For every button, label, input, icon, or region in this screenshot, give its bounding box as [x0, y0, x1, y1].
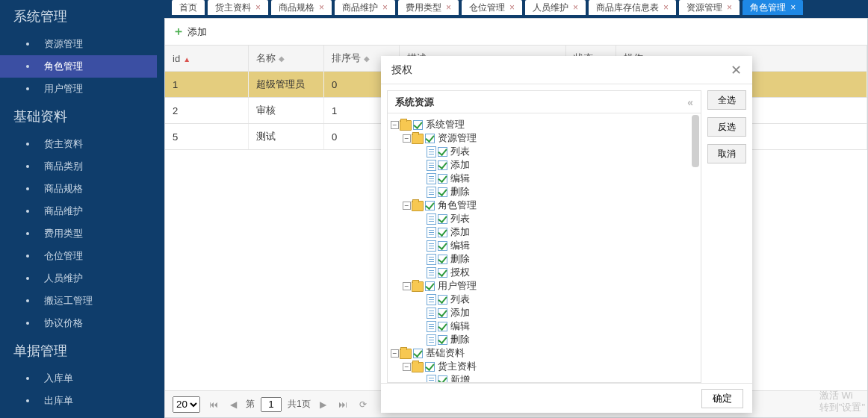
tree-node[interactable]: 编辑 — [391, 172, 698, 185]
sidebar-item[interactable]: 用户管理 — [0, 78, 157, 100]
tree-node[interactable]: 列表 — [391, 212, 698, 225]
tab[interactable]: 人员维护× — [525, 0, 586, 15]
checkbox[interactable] — [438, 174, 447, 184]
checkbox[interactable] — [438, 214, 447, 224]
tree-node[interactable]: 列表 — [391, 293, 698, 306]
checkbox[interactable] — [425, 134, 435, 143]
sidebar-item[interactable]: 协议价格 — [0, 312, 157, 334]
column-header[interactable]: 名称◆ — [249, 46, 324, 72]
tree-node[interactable]: 编辑 — [391, 319, 698, 333]
tree-toggle-icon[interactable]: − — [391, 121, 399, 129]
tree-node[interactable]: −系统管理 — [391, 118, 698, 131]
checkbox[interactable] — [438, 375, 447, 382]
tab[interactable]: 费用类型× — [398, 0, 459, 15]
scrollbar-thumb[interactable] — [692, 115, 699, 167]
tree-node[interactable]: 添加 — [391, 306, 698, 319]
collapse-icon[interactable]: « — [687, 96, 693, 108]
tab[interactable]: 角色管理× — [743, 0, 803, 15]
sidebar-item[interactable]: 仓位管理 — [0, 245, 157, 267]
sidebar-item[interactable]: 资源管理 — [0, 33, 157, 55]
tree-scroll[interactable]: −系统管理−资源管理列表添加编辑删除−角色管理列表添加编辑删除授权−用户管理列表… — [388, 113, 701, 382]
tab-close-icon[interactable]: × — [727, 2, 732, 13]
sidebar-item[interactable]: 调仓单 — [0, 412, 157, 418]
checkbox[interactable] — [438, 160, 447, 170]
checkbox[interactable] — [425, 201, 435, 210]
checkbox[interactable] — [438, 322, 447, 331]
sidebar-item[interactable]: 入库单 — [0, 367, 157, 390]
select-all-button[interactable]: 全选 — [707, 90, 746, 110]
sidebar-item[interactable]: 商品规格 — [0, 178, 157, 200]
cancel-button[interactable]: 取消 — [707, 144, 746, 163]
tab[interactable]: 货主资料× — [208, 0, 268, 15]
tree-node[interactable]: −货主资料 — [391, 360, 698, 373]
sidebar-item[interactable]: 角色管理 — [0, 55, 157, 78]
tree-node[interactable]: 列表 — [391, 145, 698, 158]
sidebar-section-title[interactable]: 系统管理 — [0, 0, 157, 33]
tab-close-icon[interactable]: × — [255, 2, 261, 13]
tab-close-icon[interactable]: × — [663, 2, 669, 13]
pager-next-icon[interactable]: ▶ — [317, 399, 329, 410]
tree-toggle-icon[interactable]: − — [403, 363, 411, 371]
tab-close-icon[interactable]: × — [790, 2, 796, 13]
checkbox[interactable] — [438, 241, 447, 251]
checkbox[interactable] — [425, 281, 435, 291]
tree-node[interactable]: 删除 — [391, 333, 698, 346]
sort-icon[interactable]: ◆ — [279, 54, 285, 63]
tab-close-icon[interactable]: × — [319, 2, 324, 13]
pager-page-input[interactable] — [261, 397, 282, 412]
tree-node[interactable]: 添加 — [391, 158, 698, 172]
tree-node[interactable]: 添加 — [391, 225, 698, 239]
sidebar-item[interactable]: 搬运工管理 — [0, 290, 157, 312]
checkbox[interactable] — [438, 187, 447, 197]
pager-refresh-icon[interactable]: ⟳ — [356, 399, 370, 410]
checkbox[interactable] — [438, 335, 447, 345]
tab-close-icon[interactable]: × — [573, 2, 578, 13]
sort-icon[interactable]: ◆ — [364, 54, 370, 63]
sidebar-item[interactable]: 货主资料 — [0, 133, 157, 155]
checkbox[interactable] — [438, 295, 447, 305]
checkbox[interactable] — [425, 362, 435, 372]
tab[interactable]: 仓位管理× — [462, 0, 522, 15]
tree-node[interactable]: 删除 — [391, 252, 698, 266]
checkbox[interactable] — [438, 228, 447, 237]
sort-icon[interactable]: ▲ — [183, 55, 190, 63]
tree-node[interactable]: −用户管理 — [391, 279, 698, 293]
tab[interactable]: 商品维护× — [335, 0, 395, 15]
checkbox[interactable] — [413, 349, 423, 358]
tree-node[interactable]: 编辑 — [391, 239, 698, 252]
tab-close-icon[interactable]: × — [382, 2, 388, 13]
column-header[interactable]: id▲ — [165, 46, 249, 72]
sidebar-section-title[interactable]: 基础资料 — [0, 100, 157, 133]
close-icon[interactable]: ✕ — [731, 62, 742, 78]
tree-node[interactable]: 删除 — [391, 185, 698, 199]
tree-node[interactable]: −角色管理 — [391, 199, 698, 212]
tab[interactable]: 商品库存信息表× — [589, 0, 676, 15]
pager-first-icon[interactable]: ⏮ — [206, 399, 221, 410]
sidebar-item[interactable]: 商品维护 — [0, 200, 157, 222]
checkbox[interactable] — [438, 308, 447, 318]
tab-close-icon[interactable]: × — [509, 2, 515, 13]
tab[interactable]: 资源管理× — [679, 0, 740, 15]
sidebar-item[interactable]: 费用类型 — [0, 222, 157, 245]
tree-node[interactable]: −资源管理 — [391, 131, 698, 145]
checkbox[interactable] — [438, 268, 447, 278]
sidebar-item[interactable]: 商品类别 — [0, 155, 157, 178]
tree-toggle-icon[interactable]: − — [403, 134, 411, 143]
tree-node[interactable]: −基础资料 — [391, 346, 698, 360]
confirm-button[interactable]: 确定 — [701, 389, 743, 408]
add-button[interactable]: ＋ 添加 — [173, 24, 207, 40]
page-size-select[interactable]: 20 — [173, 396, 200, 413]
tree-toggle-icon[interactable]: − — [403, 282, 411, 290]
checkbox[interactable] — [438, 147, 447, 157]
sidebar-item[interactable]: 出库单 — [0, 390, 157, 412]
tree-node[interactable]: 授权 — [391, 266, 698, 279]
tab-close-icon[interactable]: × — [446, 2, 451, 13]
pager-prev-icon[interactable]: ◀ — [227, 399, 240, 410]
invert-button[interactable]: 反选 — [707, 117, 746, 137]
sidebar-section-title[interactable]: 单据管理 — [0, 334, 157, 367]
tree-node[interactable]: 新增 — [391, 373, 698, 382]
checkbox[interactable] — [438, 255, 447, 264]
checkbox[interactable] — [413, 120, 423, 130]
sidebar-item[interactable]: 人员维护 — [0, 267, 157, 290]
tab[interactable]: 首页 — [172, 0, 205, 15]
